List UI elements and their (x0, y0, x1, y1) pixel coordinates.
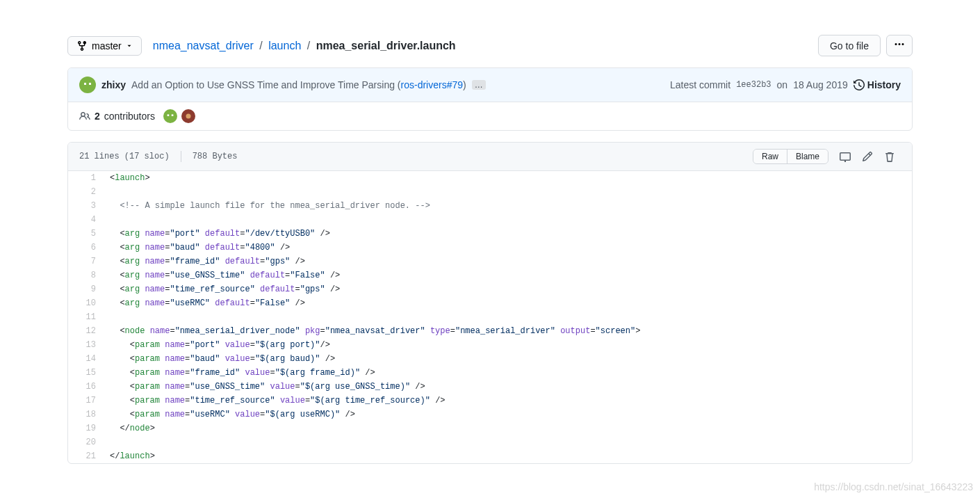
history-label: History (867, 79, 901, 90)
line-content[interactable]: <param name="frame_id" value="$(arg fram… (103, 366, 912, 380)
line-number[interactable]: 14 (68, 352, 103, 366)
delete-button[interactable] (879, 148, 901, 165)
line-number[interactable]: 18 (68, 408, 103, 421)
breadcrumb-file: nmea_serial_driver.launch (316, 40, 456, 51)
code-line: 21</launch> (68, 449, 912, 463)
line-content[interactable]: <!-- A simple launch file for the nmea_s… (103, 199, 912, 213)
line-number[interactable]: 9 (68, 282, 103, 296)
line-number[interactable]: 20 (68, 435, 103, 449)
history-link[interactable]: History (854, 79, 901, 90)
line-number[interactable]: 16 (68, 380, 103, 394)
line-number[interactable]: 2 (68, 185, 103, 199)
line-number[interactable]: 8 (68, 268, 103, 282)
commit-date: 18 Aug 2019 (793, 79, 848, 90)
display-icon (840, 151, 851, 162)
line-number[interactable]: 6 (68, 241, 103, 255)
commit-sha[interactable]: 1ee32b3 (736, 80, 771, 90)
line-number[interactable]: 1 (68, 171, 103, 185)
line-content[interactable]: <launch> (103, 171, 912, 185)
edit-button[interactable] (856, 148, 879, 165)
line-content[interactable] (103, 185, 912, 199)
line-number[interactable]: 19 (68, 421, 103, 435)
code-line: 18 <param name="useRMC" value="$(arg use… (68, 408, 912, 421)
raw-button[interactable]: Raw (753, 150, 787, 163)
svg-rect-4 (168, 114, 170, 116)
line-content[interactable]: <param name="baud" value="$(arg baud)" /… (103, 352, 912, 366)
code-table: 1<launch>23 <!-- A simple launch file fo… (68, 171, 912, 463)
code-line: 7 <arg name="frame_id" default="gps" /> (68, 255, 912, 268)
contributors-label[interactable]: 2 contributors (79, 111, 155, 122)
breadcrumb-repo[interactable]: nmea_navsat_driver (153, 40, 254, 51)
contributors-count: 2 (95, 111, 100, 122)
line-number[interactable]: 7 (68, 255, 103, 268)
code-line: 9 <arg name="time_ref_source" default="g… (68, 282, 912, 296)
breadcrumb-folder[interactable]: launch (268, 40, 301, 51)
line-number[interactable]: 4 (68, 213, 103, 227)
code-line: 12 <node name="nmea_serial_driver_node" … (68, 324, 912, 338)
svg-rect-5 (172, 114, 174, 116)
line-number[interactable]: 17 (68, 394, 103, 408)
more-actions-button[interactable] (886, 35, 913, 56)
code-line: 3 <!-- A simple launch file for the nmea… (68, 199, 912, 213)
author-avatar[interactable] (79, 77, 96, 93)
line-number[interactable]: 10 (68, 296, 103, 310)
line-number[interactable]: 3 (68, 199, 103, 213)
go-to-file-button[interactable]: Go to file (818, 35, 881, 56)
file-lines: 21 lines (17 sloc) (79, 152, 170, 161)
line-number[interactable]: 12 (68, 324, 103, 338)
line-number[interactable]: 5 (68, 227, 103, 241)
contributor-avatar[interactable] (163, 109, 177, 123)
line-content[interactable] (103, 310, 912, 324)
line-content[interactable]: <arg name="port" default="/dev/ttyUSB0" … (103, 227, 912, 241)
commit-bar: zhixy Add an Option to Use GNSS Time and… (68, 68, 912, 102)
code-line: 13 <param name="port" value="$(arg port)… (68, 338, 912, 352)
line-number[interactable]: 13 (68, 338, 103, 352)
blame-button[interactable]: Blame (787, 150, 828, 163)
commit-right: Latest commit 1ee32b3 on 18 Aug 2019 His… (670, 79, 901, 90)
svg-rect-1 (84, 83, 86, 85)
breadcrumb-sep: / (259, 40, 262, 51)
code-line: 2 (68, 185, 912, 199)
kebab-icon (894, 39, 905, 50)
commit-expand-button[interactable]: … (472, 80, 486, 90)
commit-message: Add an Option to Use GNSS Time and Impro… (131, 79, 466, 90)
file-header: 21 lines (17 sloc) 788 Bytes Raw Blame (68, 143, 912, 171)
line-number[interactable]: 11 (68, 310, 103, 324)
line-number[interactable]: 15 (68, 366, 103, 380)
line-content[interactable]: <arg name="time_ref_source" default="gps… (103, 282, 912, 296)
svg-rect-3 (165, 111, 175, 121)
commit-pr-link[interactable]: ros-drivers#79 (401, 79, 463, 90)
latest-commit-label: Latest commit (670, 79, 730, 90)
contributor-avatar[interactable] (181, 109, 195, 123)
line-content[interactable]: <arg name="frame_id" default="gps" /> (103, 255, 912, 268)
line-content[interactable]: <param name="useRMC" value="$(arg useRMC… (103, 408, 912, 421)
commit-message-text: Add an Option to Use GNSS Time and Impro… (131, 79, 401, 90)
breadcrumb: nmea_navsat_driver / launch / nmea_seria… (153, 40, 456, 52)
display-options-button[interactable] (834, 148, 856, 165)
code-line: 14 <param name="baud" value="$(arg baud)… (68, 352, 912, 366)
branch-select-button[interactable]: master (67, 36, 142, 56)
line-content[interactable]: <param name="use_GNSS_time" value="$(arg… (103, 380, 912, 394)
line-content[interactable]: <arg name="use_GNSS_time" default="False… (103, 268, 912, 282)
trash-icon (884, 151, 895, 162)
raw-blame-group: Raw Blame (753, 149, 828, 164)
line-content[interactable]: <arg name="baud" default="4800" /> (103, 241, 912, 255)
line-content[interactable]: <arg name="useRMC" default="False" /> (103, 296, 912, 310)
line-content[interactable]: </node> (103, 421, 912, 435)
code-line: 11 (68, 310, 912, 324)
commit-author[interactable]: zhixy (101, 79, 126, 90)
line-number[interactable]: 21 (68, 449, 103, 463)
line-content[interactable] (103, 435, 912, 449)
line-content[interactable]: <param name="time_ref_source" value="$(a… (103, 394, 912, 408)
file-actions: Raw Blame (753, 148, 901, 165)
line-content[interactable] (103, 213, 912, 227)
line-content[interactable]: <node name="nmea_serial_driver_node" pkg… (103, 324, 912, 338)
line-content[interactable]: <param name="port" value="$(arg port)"/> (103, 338, 912, 352)
line-content[interactable]: </launch> (103, 449, 912, 463)
code-line: 10 <arg name="useRMC" default="False" /> (68, 296, 912, 310)
caret-down-icon (126, 42, 133, 49)
history-icon (854, 79, 865, 90)
code-line: 8 <arg name="use_GNSS_time" default="Fal… (68, 268, 912, 282)
left-nav: master nmea_navsat_driver / launch / nme… (67, 36, 456, 56)
contributors-bar: 2 contributors (68, 102, 912, 130)
